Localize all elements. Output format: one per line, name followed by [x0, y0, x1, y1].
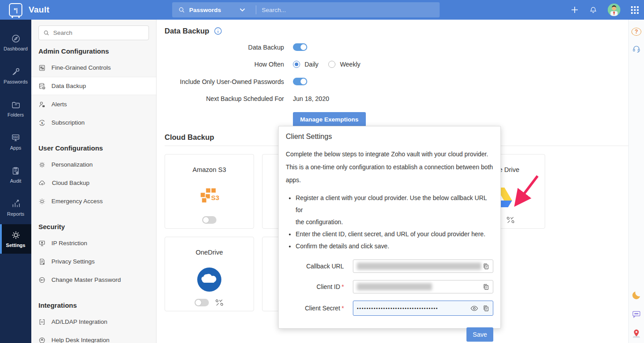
redacted-value: [357, 283, 432, 290]
daily-radio[interactable]: [293, 61, 300, 68]
svg-text:S3: S3: [211, 194, 219, 201]
next-backup-label: Next Backup Scheduled For: [165, 95, 284, 102]
amazon-s3-logo-icon: S3: [165, 184, 254, 210]
brand: *| Vault: [0, 3, 157, 17]
sidebar-item-data-backup[interactable]: Data Backup: [31, 77, 156, 95]
svg-text:$: $: [41, 121, 43, 125]
nav-settings[interactable]: Settings: [0, 224, 31, 254]
location-pin-icon[interactable]: [631, 329, 641, 339]
siren-icon: [38, 198, 46, 205]
weekly-radio[interactable]: [328, 61, 335, 68]
sidebar-item-subscription[interactable]: $ Subscription: [31, 113, 156, 132]
client-secret-field[interactable]: ••••••••••••••••••••••••••••••••••: [353, 301, 493, 316]
copy-icon[interactable]: [483, 305, 489, 312]
manage-exemptions-button[interactable]: Manage Exemptions: [293, 112, 366, 127]
primary-nav: Dashboard Passwords Folders SSO Apps Aud…: [0, 20, 31, 343]
nav-reports[interactable]: Reports: [0, 191, 31, 224]
sidebar-item-cloud-backup[interactable]: Cloud Backup: [31, 174, 156, 192]
headset-icon: [38, 337, 46, 343]
screen-lock-icon: [38, 240, 46, 247]
sso-monitor-icon: SSO: [11, 133, 21, 142]
search-input[interactable]: [262, 7, 432, 13]
sidebar-item-privacy-settings[interactable]: Privacy Settings: [31, 252, 156, 271]
nav-passwords[interactable]: Passwords: [0, 59, 31, 92]
key-circle-icon: [38, 276, 46, 284]
chevron-down-icon[interactable]: [240, 8, 245, 12]
user-avatar[interactable]: [608, 4, 620, 16]
section-integrations: Integrations: [31, 294, 156, 313]
section-admin-configurations: Admin Configurations: [31, 40, 156, 59]
sliders-icon: [38, 64, 46, 71]
cloud-icon: [38, 180, 46, 187]
help-question-icon[interactable]: ?: [631, 28, 641, 36]
onedrive-toggle[interactable]: [195, 299, 209, 306]
search-divider: [256, 5, 256, 14]
include-user-owned-toggle[interactable]: [293, 78, 307, 85]
support-headset-icon[interactable]: [631, 45, 641, 54]
next-backup-value: Jun 18, 2020: [293, 95, 329, 102]
search-icon: [43, 30, 50, 36]
client-id-field[interactable]: [353, 280, 493, 293]
global-search[interactable]: Passwords: [172, 2, 440, 17]
help-rail: ?: [628, 20, 644, 343]
key-icon: [11, 67, 21, 76]
callback-url-label: Callback URL: [286, 263, 344, 270]
sidebar-search[interactable]: [38, 25, 149, 40]
sidebar-item-personalization[interactable]: Personalization: [31, 155, 156, 174]
nav-dashboard[interactable]: Dashboard: [0, 26, 31, 59]
step-item: Register a client with your cloud provid…: [296, 192, 493, 228]
section-user-configurations: User Configurations: [31, 137, 156, 155]
section-security: Security: [31, 216, 156, 234]
search-scope-selector[interactable]: Passwords: [189, 7, 221, 13]
sidebar-item-alerts[interactable]: Alerts: [31, 95, 156, 113]
compass-icon: [11, 34, 21, 43]
vault-logo-icon: *|: [9, 3, 22, 17]
feedback-chat-icon[interactable]: [631, 310, 641, 319]
sidebar-item-change-master-password[interactable]: Change Master Password: [31, 271, 156, 289]
step-item: Confirm the details and click save.: [296, 240, 493, 252]
show-password-eye-icon[interactable]: [470, 305, 478, 311]
sidebar-item-help-desk-integration[interactable]: Help Desk Integration: [31, 331, 156, 343]
app-grid-icon[interactable]: [631, 6, 639, 14]
card-onedrive: OneDrive: [165, 237, 254, 311]
sidebar-item-ad-ldap-integration[interactable]: AD/LDAP Integration: [31, 313, 156, 331]
data-backup-toggle[interactable]: [293, 43, 307, 51]
add-icon[interactable]: [571, 6, 579, 14]
callback-url-field[interactable]: [353, 259, 493, 273]
amazon-s3-toggle[interactable]: [202, 216, 216, 224]
clipboard-icon: [11, 166, 20, 176]
client-id-label: Client ID*: [286, 284, 344, 290]
sidebar-item-emergency-access[interactable]: Emergency Access: [31, 192, 156, 210]
save-button[interactable]: Save: [466, 327, 493, 342]
plug-brackets-icon: [38, 318, 46, 326]
database-icon: [38, 83, 46, 90]
required-marker: *: [342, 305, 344, 312]
svg-text:SSO: SSO: [13, 135, 19, 138]
redacted-value: [357, 263, 481, 270]
sidebar-search-input[interactable]: [53, 29, 143, 36]
nav-apps[interactable]: SSO Apps: [0, 125, 31, 158]
include-user-owned-label: Include Only User-Owned Passwords: [165, 78, 284, 85]
card-title: OneDrive: [165, 249, 254, 256]
card-title: Amazon S3: [165, 166, 254, 173]
nav-folders[interactable]: Folders: [0, 92, 31, 125]
client-secret-label: Client Secret*: [286, 305, 344, 312]
data-backup-label: Data Backup: [165, 44, 284, 51]
copy-icon[interactable]: [483, 284, 489, 290]
info-icon[interactable]: [214, 27, 222, 35]
user-alert-icon: [38, 101, 46, 108]
dialog-title: Client Settings: [286, 133, 493, 141]
dollar-cycle-icon: $: [38, 119, 46, 126]
notifications-bell-icon[interactable]: [589, 6, 597, 14]
configure-tools-icon[interactable]: [507, 216, 514, 224]
copy-icon[interactable]: [483, 263, 489, 270]
client-secret-value: ••••••••••••••••••••••••••••••••••: [357, 305, 470, 311]
gear-icon: [38, 161, 46, 168]
sidebar-item-ip-restriction[interactable]: IP Restriction: [31, 234, 156, 252]
configure-tools-icon[interactable]: [216, 299, 223, 306]
folder-icon: [11, 100, 21, 109]
nav-audit[interactable]: Audit: [0, 158, 31, 191]
sidebar-item-fine-grained-controls[interactable]: Fine-Grained Controls: [31, 59, 156, 77]
night-mode-moon-icon[interactable]: [631, 290, 641, 300]
card-amazon-s3: Amazon S3 S3: [165, 154, 254, 229]
